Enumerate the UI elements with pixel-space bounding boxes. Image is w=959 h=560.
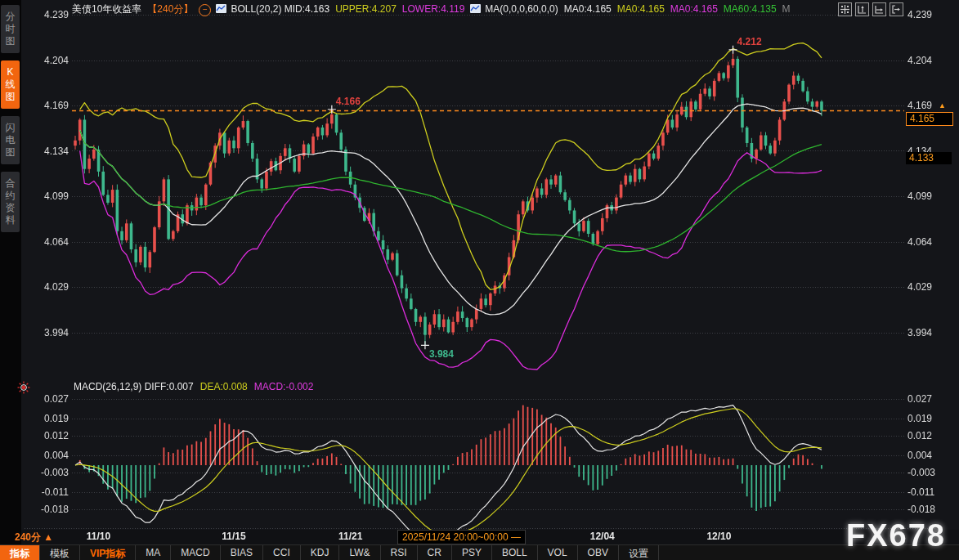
chart-zoom-up-icon[interactable]: [855, 2, 869, 16]
toolbar-tab-LW&[interactable]: LW&: [339, 545, 380, 560]
axis-tick: 4.099: [907, 190, 957, 202]
indicator-toolbar: 指标模板VIP指标MAMACDBIASCCIKDJLW&RSICRPSYBOLL…: [0, 544, 959, 560]
toolbar-tab-RSI[interactable]: RSI: [381, 545, 418, 560]
toolbar-tab-CCI[interactable]: CCI: [263, 545, 301, 560]
axis-tick: 0.004: [907, 450, 957, 461]
sidebar-tab-3[interactable]: 合约资料: [1, 172, 20, 232]
sidebar-tab-char: 闪: [1, 122, 20, 134]
toolbar-tab-MACD[interactable]: MACD: [171, 545, 220, 560]
axis-tick: -0.003: [907, 467, 957, 478]
boll-lower-value: LOWER:4.119: [402, 3, 464, 15]
watermark-logo: FX678: [846, 518, 946, 553]
date-label: 11/15: [185, 531, 283, 542]
chart-zoom-right-icon[interactable]: [872, 2, 886, 16]
chart-tool-icons: [838, 2, 903, 16]
sidebar-tab-1[interactable]: K线图: [1, 60, 20, 109]
date-label: 12/04: [553, 531, 652, 542]
crosshair-move-icon[interactable]: [838, 2, 852, 16]
axis-tick: 4.029: [907, 281, 957, 293]
indicator-header: 美债10年收益率【240分】−BOLL(20,2) MID:4.163UPPER…: [72, 2, 796, 16]
sidebar-tab-0[interactable]: 分时图: [1, 5, 20, 53]
sidebar-tab-char: 图: [1, 146, 20, 159]
toolbar-tab-设置[interactable]: 设置: [619, 545, 659, 560]
sidebar-tabs: 分时图K线图闪电图合约资料: [0, 0, 21, 232]
macd-header: MACD(26,12,9) DIFF:0.007DEA:0.008MACD:-0…: [74, 381, 320, 392]
sidebar-tab-char: 时: [1, 23, 20, 35]
axis-tick: 4.239: [907, 9, 957, 20]
date-label: 11/21: [302, 531, 400, 542]
price-arrow-icon: ▲: [939, 101, 946, 110]
date-label: 11/10: [50, 531, 148, 542]
sidebar-tab-char: 料: [1, 214, 20, 226]
macd-value: MACD:-0.002: [254, 381, 314, 392]
toolbar-tab-MA[interactable]: MA: [136, 545, 171, 560]
boll-mid-value: BOLL(20,2) MID:4.163: [231, 3, 329, 15]
sidebar-tab-char: 合: [1, 177, 20, 190]
indicator-chart-icon: [216, 4, 226, 13]
period-selector[interactable]: 240分 ▲: [15, 531, 53, 544]
macd-dea-value: DEA:0.008: [200, 381, 248, 392]
axis-tick: 4.169: [907, 100, 957, 111]
xaxis-row: 240分 ▲ 11/1011/1511/2112/0412/10 2025/11…: [0, 530, 959, 544]
axis-tick: 0.027: [907, 393, 957, 405]
axis-tick: -0.011: [907, 486, 957, 498]
sidebar-tab-char: 线: [1, 78, 20, 91]
sidebar-tab-char: 约: [1, 190, 20, 202]
ma-params: MA(0,0,0,60,0,0): [485, 3, 558, 15]
date-label: 12/10: [670, 531, 768, 542]
axis-tick: 0.019: [907, 413, 957, 424]
crosshair-date-badge: 2025/11/24 20:00~00:00 —: [397, 530, 526, 544]
axis-tick: -0.018: [907, 504, 957, 515]
sidebar-tab-char: K: [1, 66, 20, 78]
pan-exit-icon[interactable]: [890, 2, 903, 16]
collapse-icon[interactable]: −: [199, 4, 211, 16]
axis-tick: 0.012: [907, 430, 957, 441]
ma0-white-value: MA0:4.165: [564, 3, 612, 15]
period-label: 【240分】: [147, 3, 193, 15]
symbol-title: 美债10年收益率: [72, 3, 141, 15]
sidebar-tab-2[interactable]: 闪电图: [1, 116, 20, 164]
toolbar-tab-CR[interactable]: CR: [418, 545, 452, 560]
toolbar-tab-OBV[interactable]: OBV: [578, 545, 619, 560]
toolbar-tab-BOLL[interactable]: BOLL: [492, 545, 538, 560]
indicator-chart-icon: [470, 4, 481, 13]
toolbar-tab-指标[interactable]: 指标: [0, 545, 40, 560]
axis-tick: 4.064: [907, 236, 957, 248]
sidebar-tab-char: 分: [1, 11, 20, 23]
sidebar-tab-char: 电: [1, 134, 20, 146]
price-chart-canvas[interactable]: [0, 0, 959, 560]
ma60-value: MA60:4.135: [724, 3, 777, 15]
toolbar-tab-VOL[interactable]: VOL: [538, 545, 578, 560]
price-annotation: 4.166: [336, 96, 361, 107]
price-annotation: 3.984: [429, 348, 454, 360]
m-marker: M: [782, 3, 791, 15]
toolbar-tab-KDJ[interactable]: KDJ: [301, 545, 340, 560]
sidebar-tab-char: 图: [1, 35, 20, 47]
sidebar-tab-char: 资: [1, 202, 20, 214]
toolbar-tab-VIP指标[interactable]: VIP指标: [80, 545, 136, 560]
toolbar-tab-模板[interactable]: 模板: [40, 545, 80, 560]
price-annotation: 4.212: [737, 36, 762, 47]
current-price-badge: 4.165: [906, 112, 953, 126]
toolbar-tab-PSY[interactable]: PSY: [452, 545, 492, 560]
axis-tick: 4.204: [907, 55, 957, 66]
trading-app: 分时图K线图闪电图合约资料 美债10年收益率【240分】−BOLL(20,2) …: [0, 0, 959, 560]
ma0-magenta-value: MA0:4.165: [670, 3, 718, 15]
boll-upper-value: UPPER:4.207: [335, 3, 397, 15]
axis-tick: 3.994: [907, 327, 957, 338]
toolbar-tab-BIAS[interactable]: BIAS: [221, 545, 263, 560]
ma0-yellow-value: MA0:4.165: [617, 3, 665, 15]
sidebar: 分时图K线图闪电图合约资料: [0, 0, 21, 560]
macd-diff-value: MACD(26,12,9) DIFF:0.007: [74, 381, 194, 392]
sidebar-tab-char: 图: [1, 91, 20, 103]
secondary-price-badge: 4.133: [906, 152, 952, 164]
indicator-toggle-burst-icon[interactable]: [17, 381, 30, 397]
